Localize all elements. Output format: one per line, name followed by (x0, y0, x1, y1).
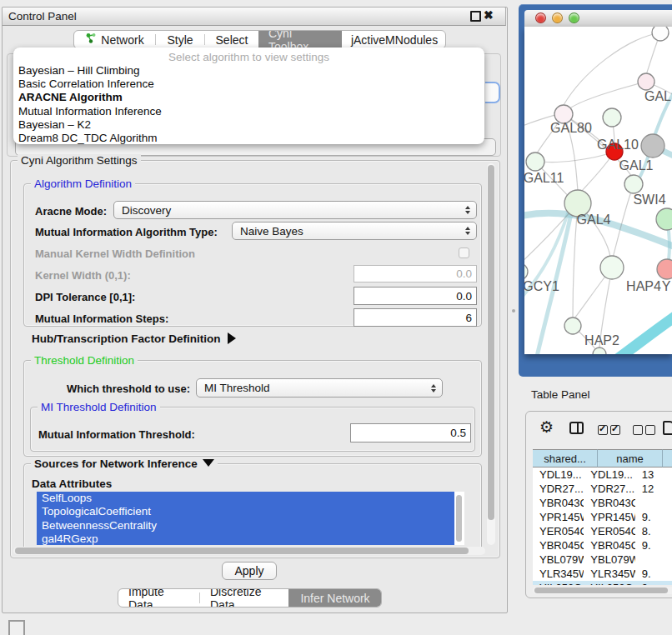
table-horizontal-scrollbar-thumb[interactable] (534, 588, 668, 593)
table-cell: YBR045C (533, 538, 584, 552)
table-cell: 13 (635, 468, 672, 482)
network-node-label: Y (662, 279, 671, 293)
manual-kernel-checkbox[interactable] (459, 248, 469, 258)
cyni-algorithm-settings-title: Cyni Algorithm Settings (18, 154, 141, 167)
aracne-mode-value: Discovery (122, 204, 171, 217)
threshold-definition-title: Threshold Definition (31, 354, 138, 367)
table-row[interactable]: YBL079WYBL079W (533, 552, 672, 567)
network-node-y[interactable] (657, 259, 672, 279)
network-node-hap2[interactable] (564, 318, 581, 334)
settings-vertical-scrollbar[interactable] (487, 163, 495, 545)
select-all-checkboxes-icon[interactable] (598, 423, 623, 438)
tab-style[interactable]: Style (156, 31, 204, 48)
kernel-width-field[interactable]: 0.0 (354, 265, 477, 282)
algorithm-option-bayesian-k2[interactable]: Bayesian – K2 (18, 118, 480, 132)
close-icon[interactable]: ✖ (484, 8, 494, 22)
table-row[interactable]: YBR043CYBR043C (533, 496, 672, 510)
table-row[interactable]: YPR145WYPR145W9. (533, 510, 672, 524)
tab-cyni-toolbox[interactable]: Cyni Toolbox (258, 31, 342, 48)
sources-title[interactable]: Sources for Network Inference (31, 458, 218, 470)
table-row[interactable]: YDR27...YDR27...12 (533, 482, 672, 496)
algorithm-option-dream8-dc-tdc-algorithm[interactable]: Dream8 DC_TDC Algorithm (18, 132, 480, 145)
attribute-item-selfloops[interactable]: SelfLoops (37, 492, 464, 505)
dpi-tolerance-field[interactable]: 0.0 (354, 287, 477, 305)
network-node-label: GAL80 (550, 121, 592, 135)
apply-button[interactable]: Apply (222, 562, 277, 580)
attribute-item-betweennesscentrality[interactable]: BetweennessCentrality (37, 519, 464, 532)
minimized-panel-icon[interactable] (8, 620, 25, 635)
table-row[interactable]: YBR045CYBR045C9. (533, 538, 672, 552)
tab-network[interactable]: Network (74, 31, 155, 48)
table-row[interactable]: YER054CYER054C8. (533, 524, 672, 538)
network-edge[interactable] (616, 308, 672, 354)
attr-list-scrollbar-thumb[interactable] (456, 495, 462, 542)
network-node-gal[interactable] (638, 73, 654, 90)
network-edge[interactable] (543, 152, 614, 162)
gear-icon[interactable]: ⚙ (539, 419, 554, 435)
network-canvas[interactable]: GALGAL80GAL10GAL1GAL11SWI4GAL4GCY1HAP4YH… (524, 27, 672, 354)
table-row[interactable]: YIL052CYIL052C9. (533, 581, 672, 585)
settings-horizontal-scrollbar[interactable] (13, 547, 485, 555)
hub-definition-toggle[interactable]: Hub/Transcription Factor Definition (32, 332, 236, 345)
algorithm-option-mutual-information-inference[interactable]: Mutual Information Inference (18, 105, 480, 118)
table-cell: 9. (635, 510, 672, 524)
network-node[interactable] (652, 27, 669, 41)
zoom-traffic-light[interactable] (569, 12, 579, 23)
table-cell: YDR27... (584, 482, 634, 496)
tab-infer-network[interactable]: Infer Network (288, 589, 382, 607)
column-header-name[interactable]: name (598, 449, 663, 468)
settings-horizontal-scrollbar-thumb[interactable] (15, 548, 469, 554)
tab-label: Infer Network (300, 592, 369, 605)
network-window[interactable]: GALGAL80GAL10GAL1GAL11SWI4GAL4GCY1HAP4YH… (519, 4, 672, 377)
algorithm-option-bayesian-hill-climbing[interactable]: Bayesian – Hill Climbing (18, 64, 480, 78)
table-cell: 9. (635, 581, 672, 585)
tab-jactivemnodules[interactable]: jActiveMNodules (342, 31, 446, 48)
column-header-a[interactable]: A (663, 449, 672, 468)
mi-threshold-definition-title: MI Threshold Definition (38, 401, 160, 413)
expanded-arrow-icon (203, 459, 214, 467)
network-node-gal10[interactable] (603, 108, 621, 127)
which-threshold-value: MI Threshold (204, 382, 270, 394)
float-window-icon[interactable] (470, 11, 481, 22)
table-cell (635, 552, 672, 567)
which-threshold-combo[interactable]: MI Threshold (196, 378, 443, 398)
network-node-gcy1[interactable] (524, 263, 528, 280)
table-panel-window: ⚙ shared...nameA YDL19...YDL19...13YDR27… (525, 411, 672, 598)
close-traffic-light[interactable] (535, 12, 546, 23)
column-header-shared[interactable]: shared... (533, 449, 598, 468)
tab-label: Impute Data (128, 588, 189, 608)
mi-steps-field[interactable]: 6 (354, 308, 477, 327)
panel-divider-handle[interactable] (512, 309, 515, 312)
table-cell: 12 (635, 482, 672, 496)
deselect-all-checkboxes-icon[interactable] (633, 423, 658, 438)
table-row[interactable]: YLR345WYLR345W9. (533, 567, 672, 581)
tab-impute-data[interactable]: Impute Data (118, 589, 199, 607)
network-node-hap4[interactable] (600, 256, 624, 279)
network-node-gal1[interactable] (641, 134, 664, 158)
network-node[interactable] (656, 208, 672, 230)
mi-type-combo[interactable]: Naive Bayes (232, 222, 477, 240)
columns-icon[interactable] (569, 422, 584, 434)
settings-vertical-scrollbar-thumb[interactable] (488, 165, 494, 520)
aracne-mode-combo[interactable]: Discovery (113, 201, 477, 219)
network-node-swi4[interactable] (624, 175, 643, 193)
algorithm-option-aracne-algorithm[interactable]: ARACNE Algorithm (18, 91, 480, 104)
tab-discretize-data[interactable]: Discretize Data (200, 589, 288, 607)
network-edge[interactable] (613, 184, 634, 258)
attribute-item-topologicalcoefficient[interactable]: TopologicalCoefficient (37, 505, 464, 518)
algorithm-dropdown-hint: Select algorithm to view settings (13, 51, 484, 63)
data-attributes-list[interactable]: SelfLoopsTopologicalCoefficientBetweenne… (37, 492, 464, 545)
mi-threshold-field[interactable]: 0.5 (350, 423, 471, 442)
stepper-icon (431, 384, 436, 392)
table-row[interactable]: YDL19...YDL19...13 (533, 468, 672, 482)
network-window-titlebar[interactable] (524, 10, 672, 28)
tab-label: Style (167, 33, 193, 47)
table-horizontal-scrollbar[interactable] (533, 587, 672, 594)
network-node-gal11[interactable] (526, 152, 544, 171)
tab-select[interactable]: Select (205, 31, 258, 48)
algorithm-option-basic-correlation-inference[interactable]: Basic Correlation Inference (18, 78, 480, 91)
minimize-traffic-light[interactable] (552, 12, 563, 23)
attribute-item-gal4rgexp[interactable]: gal4RGexp (37, 532, 464, 545)
network-edge[interactable] (571, 82, 646, 108)
new-table-icon[interactable] (663, 421, 672, 435)
